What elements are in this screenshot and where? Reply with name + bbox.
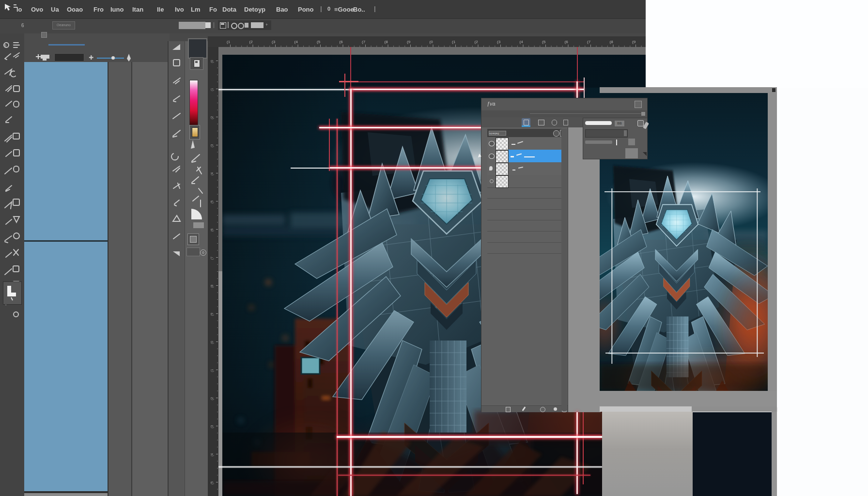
svg-text:(0: (0	[210, 60, 214, 63]
svg-text:(4: (4	[210, 453, 214, 456]
svg-text:(9: (9	[210, 313, 214, 316]
svg-text:(7: (7	[362, 40, 366, 44]
svg-text:(7: (7	[587, 40, 591, 44]
svg-text:(1: (1	[227, 40, 231, 44]
svg-text:(8: (8	[385, 40, 388, 44]
svg-text:(8: (8	[210, 285, 214, 288]
svg-text:(7: (7	[210, 257, 214, 260]
svg-text:(2: (2	[210, 116, 214, 119]
svg-text:(8: (8	[610, 40, 614, 44]
svg-text:(0: (0	[430, 40, 434, 44]
svg-text:(6: (6	[210, 229, 214, 232]
svg-text:(2: (2	[475, 40, 479, 44]
svg-text:(4: (4	[210, 172, 214, 175]
svg-text:(1: (1	[210, 369, 214, 372]
svg-text:(5: (5	[210, 201, 214, 203]
svg-text:(3: (3	[272, 40, 276, 44]
svg-text:(6: (6	[565, 40, 569, 44]
svg-text:(6: (6	[340, 40, 343, 44]
svg-text:(2: (2	[249, 40, 253, 44]
svg-text:(5: (5	[317, 40, 321, 44]
svg-text:(5: (5	[542, 40, 546, 44]
svg-text:(0: (0	[210, 341, 214, 344]
svg-text:(9: (9	[632, 40, 636, 44]
svg-text:(5: (5	[210, 481, 214, 484]
svg-text:(3: (3	[497, 40, 501, 44]
svg-text:9: 9	[4, 43, 6, 48]
svg-text:(3: (3	[210, 425, 214, 428]
svg-text:(2: (2	[210, 397, 214, 400]
svg-text:(3: (3	[210, 144, 214, 147]
svg-text:(4: (4	[294, 40, 298, 44]
svg-text:(1: (1	[210, 88, 214, 91]
svg-text:(9: (9	[407, 40, 411, 44]
svg-text:(1: (1	[452, 40, 456, 44]
svg-text:(4: (4	[520, 40, 524, 44]
